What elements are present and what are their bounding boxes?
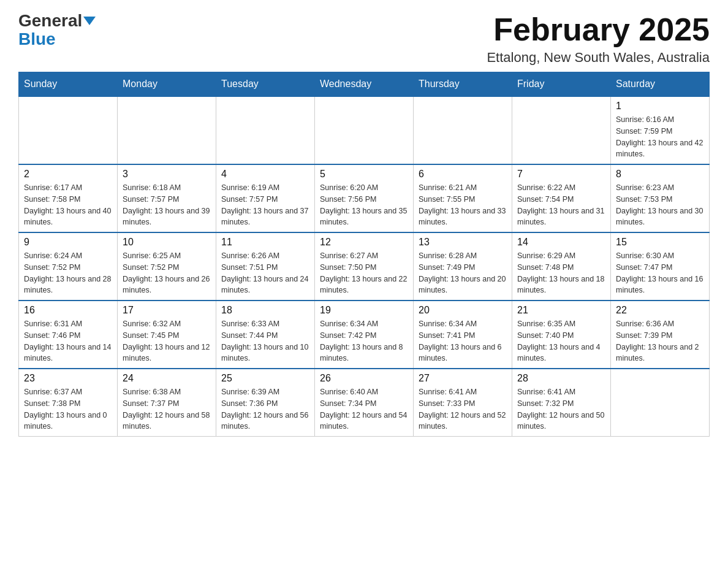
day-info: Sunrise: 6:38 AM Sunset: 7:37 PM Dayligh…	[123, 386, 211, 432]
day-info: Sunrise: 6:25 AM Sunset: 7:52 PM Dayligh…	[123, 250, 211, 296]
day-info: Sunrise: 6:24 AM Sunset: 7:52 PM Dayligh…	[24, 250, 112, 296]
table-row: 15Sunrise: 6:30 AM Sunset: 7:47 PM Dayli…	[611, 232, 710, 301]
logo-blue-text: Blue	[18, 29, 56, 49]
table-row: 25Sunrise: 6:39 AM Sunset: 7:36 PM Dayli…	[216, 369, 315, 437]
table-row: 5Sunrise: 6:20 AM Sunset: 7:56 PM Daylig…	[315, 164, 414, 232]
day-info: Sunrise: 6:22 AM Sunset: 7:54 PM Dayligh…	[517, 182, 605, 228]
day-info: Sunrise: 6:39 AM Sunset: 7:36 PM Dayligh…	[221, 386, 309, 432]
table-row: 21Sunrise: 6:35 AM Sunset: 7:40 PM Dayli…	[512, 301, 611, 369]
day-info: Sunrise: 6:26 AM Sunset: 7:51 PM Dayligh…	[221, 250, 309, 296]
table-row: 27Sunrise: 6:41 AM Sunset: 7:33 PM Dayli…	[414, 369, 512, 437]
table-row: 19Sunrise: 6:34 AM Sunset: 7:42 PM Dayli…	[315, 301, 414, 369]
table-row	[512, 96, 611, 164]
table-row: 4Sunrise: 6:19 AM Sunset: 7:57 PM Daylig…	[216, 164, 315, 232]
table-row: 8Sunrise: 6:23 AM Sunset: 7:53 PM Daylig…	[611, 164, 710, 232]
day-number: 15	[616, 237, 704, 248]
day-number: 28	[517, 373, 605, 384]
day-info: Sunrise: 6:37 AM Sunset: 7:38 PM Dayligh…	[24, 386, 112, 432]
day-number: 25	[221, 373, 309, 384]
table-row: 11Sunrise: 6:26 AM Sunset: 7:51 PM Dayli…	[216, 232, 315, 301]
table-row: 18Sunrise: 6:33 AM Sunset: 7:44 PM Dayli…	[216, 301, 315, 369]
col-wednesday: Wednesday	[315, 72, 414, 97]
table-row	[118, 96, 216, 164]
table-row: 20Sunrise: 6:34 AM Sunset: 7:41 PM Dayli…	[414, 301, 512, 369]
day-info: Sunrise: 6:20 AM Sunset: 7:56 PM Dayligh…	[320, 182, 408, 228]
table-row	[216, 96, 315, 164]
day-info: Sunrise: 6:33 AM Sunset: 7:44 PM Dayligh…	[221, 318, 309, 364]
day-number: 2	[24, 169, 112, 180]
day-number: 6	[419, 169, 507, 180]
col-tuesday: Tuesday	[216, 72, 315, 97]
day-number: 21	[517, 305, 605, 316]
page-header: General Blue February 2025 Ettalong, New…	[18, 12, 710, 66]
day-number: 16	[24, 305, 112, 316]
col-friday: Friday	[512, 72, 611, 97]
day-number: 24	[123, 373, 211, 384]
calendar-week-row: 2Sunrise: 6:17 AM Sunset: 7:58 PM Daylig…	[19, 164, 710, 232]
logo-general-text: General	[18, 12, 82, 29]
day-number: 8	[616, 169, 704, 180]
day-info: Sunrise: 6:16 AM Sunset: 7:59 PM Dayligh…	[616, 114, 704, 160]
day-number: 13	[419, 237, 507, 248]
col-thursday: Thursday	[414, 72, 512, 97]
logo: General Blue	[18, 12, 96, 49]
col-sunday: Sunday	[19, 72, 118, 97]
table-row	[19, 96, 118, 164]
day-info: Sunrise: 6:40 AM Sunset: 7:34 PM Dayligh…	[320, 386, 408, 432]
day-number: 18	[221, 305, 309, 316]
calendar-table: Sunday Monday Tuesday Wednesday Thursday…	[18, 72, 710, 437]
table-row: 2Sunrise: 6:17 AM Sunset: 7:58 PM Daylig…	[19, 164, 118, 232]
calendar-week-row: 1Sunrise: 6:16 AM Sunset: 7:59 PM Daylig…	[19, 96, 710, 164]
day-info: Sunrise: 6:29 AM Sunset: 7:48 PM Dayligh…	[517, 250, 605, 296]
table-row: 12Sunrise: 6:27 AM Sunset: 7:50 PM Dayli…	[315, 232, 414, 301]
day-info: Sunrise: 6:32 AM Sunset: 7:45 PM Dayligh…	[123, 318, 211, 364]
table-row: 3Sunrise: 6:18 AM Sunset: 7:57 PM Daylig…	[118, 164, 216, 232]
logo-arrow-icon	[83, 17, 96, 25]
day-info: Sunrise: 6:27 AM Sunset: 7:50 PM Dayligh…	[320, 250, 408, 296]
table-row: 6Sunrise: 6:21 AM Sunset: 7:55 PM Daylig…	[414, 164, 512, 232]
calendar-week-row: 23Sunrise: 6:37 AM Sunset: 7:38 PM Dayli…	[19, 369, 710, 437]
day-number: 12	[320, 237, 408, 248]
day-info: Sunrise: 6:34 AM Sunset: 7:41 PM Dayligh…	[419, 318, 507, 364]
col-monday: Monday	[118, 72, 216, 97]
table-row	[414, 96, 512, 164]
day-number: 7	[517, 169, 605, 180]
calendar-week-row: 9Sunrise: 6:24 AM Sunset: 7:52 PM Daylig…	[19, 232, 710, 301]
table-row: 23Sunrise: 6:37 AM Sunset: 7:38 PM Dayli…	[19, 369, 118, 437]
table-row: 9Sunrise: 6:24 AM Sunset: 7:52 PM Daylig…	[19, 232, 118, 301]
table-row	[315, 96, 414, 164]
day-info: Sunrise: 6:19 AM Sunset: 7:57 PM Dayligh…	[221, 182, 309, 228]
col-saturday: Saturday	[611, 72, 710, 97]
day-info: Sunrise: 6:31 AM Sunset: 7:46 PM Dayligh…	[24, 318, 112, 364]
title-block: February 2025 Ettalong, New South Wales,…	[487, 12, 710, 66]
table-row: 28Sunrise: 6:41 AM Sunset: 7:32 PM Dayli…	[512, 369, 611, 437]
month-title: February 2025	[487, 12, 710, 47]
day-info: Sunrise: 6:41 AM Sunset: 7:32 PM Dayligh…	[517, 386, 605, 432]
day-number: 1	[616, 101, 704, 112]
days-header-row: Sunday Monday Tuesday Wednesday Thursday…	[19, 72, 710, 97]
day-number: 20	[419, 305, 507, 316]
day-number: 4	[221, 169, 309, 180]
day-info: Sunrise: 6:36 AM Sunset: 7:39 PM Dayligh…	[616, 318, 704, 364]
table-row: 17Sunrise: 6:32 AM Sunset: 7:45 PM Dayli…	[118, 301, 216, 369]
day-number: 11	[221, 237, 309, 248]
table-row: 16Sunrise: 6:31 AM Sunset: 7:46 PM Dayli…	[19, 301, 118, 369]
day-number: 27	[419, 373, 507, 384]
day-number: 17	[123, 305, 211, 316]
day-info: Sunrise: 6:18 AM Sunset: 7:57 PM Dayligh…	[123, 182, 211, 228]
table-row: 24Sunrise: 6:38 AM Sunset: 7:37 PM Dayli…	[118, 369, 216, 437]
day-number: 19	[320, 305, 408, 316]
location-subtitle: Ettalong, New South Wales, Australia	[487, 50, 710, 66]
day-info: Sunrise: 6:35 AM Sunset: 7:40 PM Dayligh…	[517, 318, 605, 364]
day-number: 10	[123, 237, 211, 248]
day-number: 23	[24, 373, 112, 384]
day-number: 14	[517, 237, 605, 248]
table-row: 26Sunrise: 6:40 AM Sunset: 7:34 PM Dayli…	[315, 369, 414, 437]
day-number: 9	[24, 237, 112, 248]
day-number: 26	[320, 373, 408, 384]
table-row	[611, 369, 710, 437]
day-number: 22	[616, 305, 704, 316]
table-row: 14Sunrise: 6:29 AM Sunset: 7:48 PM Dayli…	[512, 232, 611, 301]
day-info: Sunrise: 6:34 AM Sunset: 7:42 PM Dayligh…	[320, 318, 408, 364]
table-row: 1Sunrise: 6:16 AM Sunset: 7:59 PM Daylig…	[611, 96, 710, 164]
